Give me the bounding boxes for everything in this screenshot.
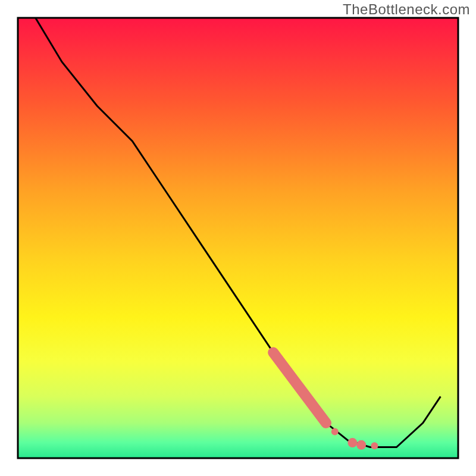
attribution-label: TheBottleneck.com — [343, 1, 470, 18]
gradient-background — [18, 18, 458, 458]
highlight-dot — [356, 440, 366, 450]
highlight-dot — [331, 428, 339, 436]
highlight-dot — [371, 442, 378, 449]
highlight-dot — [347, 438, 357, 447]
bottleneck-chart — [0, 0, 476, 476]
chart-container: TheBottleneck.com — [0, 0, 476, 476]
